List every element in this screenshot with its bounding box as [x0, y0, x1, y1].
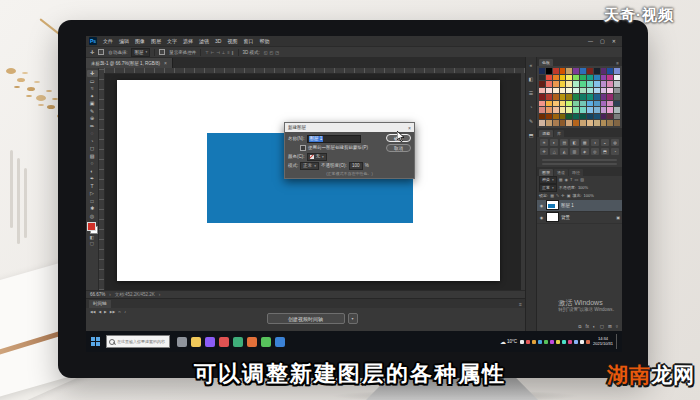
color-swatch[interactable] — [566, 81, 572, 87]
color-swatch[interactable] — [573, 88, 579, 94]
menu-item[interactable]: 3D — [215, 36, 221, 46]
lock-icon[interactable]: ✛ — [561, 193, 564, 198]
color-swatch[interactable] — [607, 81, 613, 87]
panel-menu-icon[interactable]: ≡ — [616, 61, 620, 66]
color-swatch[interactable] — [539, 101, 545, 107]
color-swatch[interactable] — [607, 107, 613, 113]
visibility-eye-icon[interactable]: ◉ — [539, 215, 544, 220]
align-icon[interactable]: ⊥ — [222, 50, 225, 55]
color-swatch[interactable] — [607, 120, 613, 126]
tab-layers[interactable]: 图层 — [539, 169, 553, 176]
color-swatch[interactable] — [566, 101, 572, 107]
auto-select-checkbox[interactable] — [98, 49, 104, 55]
color-swatch[interactable] — [580, 101, 586, 107]
tool-icon[interactable]: ✏ — [87, 123, 98, 130]
color-swatch[interactable] — [580, 107, 586, 113]
notes-app-icon[interactable] — [261, 337, 271, 347]
tool-icon[interactable]: ◻ — [87, 145, 98, 152]
color-swatch[interactable] — [560, 114, 566, 120]
tray-icon[interactable] — [520, 340, 524, 344]
color-swatch[interactable] — [587, 120, 593, 126]
lock-icon[interactable]: ✎ — [556, 193, 559, 198]
tool-icon[interactable]: ▣ — [87, 100, 98, 107]
layer-row-layer1[interactable]: ◉ 图层 1 — [537, 200, 622, 212]
layers-footer-icon[interactable]: ▢ — [600, 324, 604, 329]
tray-icon[interactable] — [556, 340, 560, 344]
layer-row-background[interactable]: ◉ 背景 ▣ — [537, 212, 622, 224]
layers-footer-icon[interactable]: ⊞ — [608, 324, 612, 329]
screen-mode-icon[interactable]: ▢ — [90, 241, 94, 246]
color-swatch[interactable] — [587, 107, 593, 113]
tray-icon[interactable] — [538, 340, 542, 344]
align-icon[interactable]: ⊣ — [216, 50, 219, 55]
tool-icon[interactable]: ≈ — [87, 85, 98, 92]
visibility-eye-icon[interactable]: ◉ — [539, 203, 544, 208]
filter-icon[interactable]: T — [570, 177, 572, 182]
color-swatch[interactable] — [614, 88, 620, 94]
tray-icon[interactable] — [580, 340, 584, 344]
menu-item[interactable]: 选择 — [183, 36, 193, 46]
color-swatch[interactable] — [587, 75, 593, 81]
color-swatch[interactable] — [546, 88, 552, 94]
color-swatch[interactable] — [546, 94, 552, 100]
color-swatch[interactable] — [614, 107, 620, 113]
window-control-button[interactable]: — — [588, 36, 593, 46]
panel-icon[interactable]: ⬒ — [529, 132, 534, 138]
panel-menu-icon[interactable]: ≡ — [519, 301, 522, 307]
tool-icon[interactable]: ✦ — [87, 93, 98, 100]
color-swatch[interactable] — [573, 114, 579, 120]
color-swatch[interactable] — [580, 114, 586, 120]
zoom-level[interactable]: 66.67% — [90, 292, 105, 297]
screen-mode-icon[interactable]: ◧ — [90, 235, 94, 240]
color-swatch[interactable] — [580, 120, 586, 126]
tool-icon[interactable]: □ — [87, 198, 98, 205]
adjustment-icon[interactable]: ✛ — [540, 148, 548, 155]
show-transform-checkbox[interactable] — [159, 49, 165, 55]
show-desktop-button[interactable] — [616, 334, 620, 349]
taskbar-clock[interactable]: 14:34 2021/10/31 — [593, 337, 613, 346]
adjustment-icon[interactable]: ◈ — [581, 148, 589, 155]
tray-icon[interactable] — [574, 340, 578, 344]
tool-icon[interactable]: ✱ — [87, 205, 98, 212]
tool-icon[interactable]: ▭ — [87, 78, 98, 85]
cancel-button[interactable]: 取消 — [386, 144, 411, 152]
color-swatch[interactable] — [539, 81, 545, 87]
3d-mode-icon[interactable]: ◱ — [264, 50, 268, 55]
auto-select-dropdown[interactable]: 图层 — [131, 48, 150, 57]
menu-item[interactable]: 文字 — [167, 36, 177, 46]
color-swatch[interactable] — [594, 101, 600, 107]
tool-icon[interactable]: ▨ — [87, 153, 98, 160]
opacity-value[interactable]: 100% — [578, 185, 588, 190]
color-swatch[interactable] — [566, 75, 572, 81]
color-swatch[interactable] — [546, 107, 552, 113]
tray-icon[interactable] — [550, 340, 554, 344]
purple-app-icon[interactable] — [205, 337, 215, 347]
align-icon[interactable]: ⊢ — [211, 50, 214, 55]
taskbar-search[interactable] — [106, 335, 170, 348]
task-view-icon[interactable] — [177, 337, 187, 347]
panel-icon[interactable]: « — [530, 62, 533, 68]
color-swatch[interactable] — [587, 81, 593, 87]
panel-icon[interactable]: ✎ — [529, 118, 533, 124]
menu-item[interactable]: 帮助 — [259, 36, 269, 46]
color-swatch[interactable] — [594, 68, 600, 74]
menu-item[interactable]: 视图 — [227, 36, 237, 46]
color-swatch[interactable] — [560, 75, 566, 81]
color-swatch[interactable] — [614, 75, 620, 81]
adjustment-icon[interactable]: ▦ — [581, 139, 589, 146]
adjustment-icon[interactable]: ◎ — [591, 148, 599, 155]
transport-icon[interactable]: ◀◀ — [90, 310, 95, 314]
color-swatch[interactable] — [601, 68, 607, 74]
color-swatch[interactable] — [560, 107, 566, 113]
menu-item[interactable]: 窗口 — [243, 36, 253, 46]
layers-footer-icon[interactable]: ▿ — [616, 324, 618, 329]
document-tab[interactable]: 未标题-1 @ 66.7%(图层 1, RGB/8) × — [86, 58, 173, 68]
color-swatch[interactable] — [553, 107, 559, 113]
window-control-button[interactable]: ▢ — [600, 36, 605, 46]
color-swatch[interactable] — [573, 68, 579, 74]
lock-icon[interactable]: ▦ — [550, 193, 554, 198]
tab-swatches[interactable]: 色板 — [539, 59, 553, 66]
tool-icon[interactable]: ◔ — [87, 138, 98, 145]
adjustment-icon[interactable]: ◒ — [601, 139, 609, 146]
layers-footer-icon[interactable]: ⧉ — [578, 324, 581, 329]
